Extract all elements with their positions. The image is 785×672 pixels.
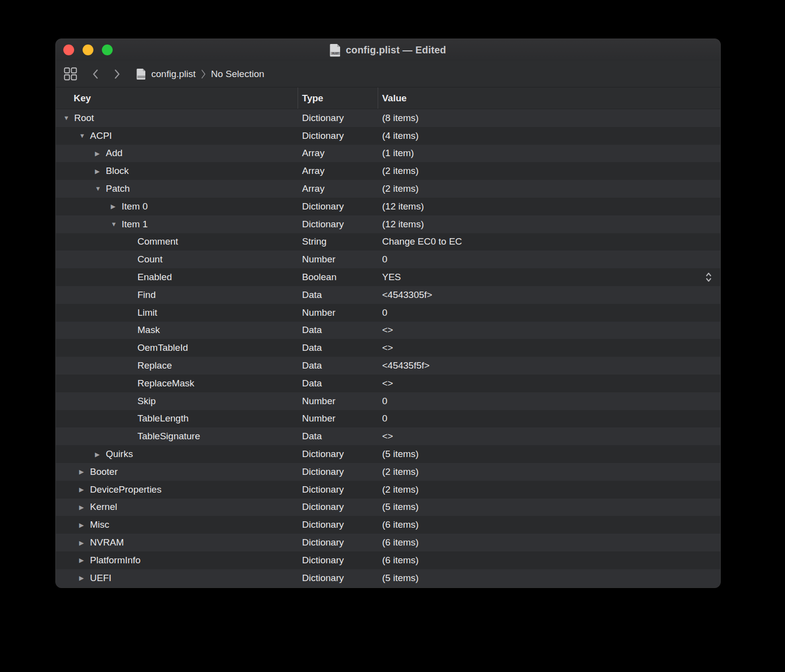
disclosure-triangle[interactable]: ▶	[79, 504, 90, 511]
disclosure-triangle[interactable]: ▶	[79, 468, 90, 475]
key-label: Patch	[106, 183, 130, 194]
table-row[interactable]: Mask Data <>	[56, 322, 720, 339]
related-items-icon[interactable]	[64, 67, 77, 81]
table-row[interactable]: TableLength Number 0	[56, 410, 720, 428]
svg-text:PLIST: PLIST	[332, 52, 339, 54]
table-header: Key Type Value	[56, 87, 720, 109]
type-cell: Array	[298, 183, 378, 194]
traffic-lights	[63, 39, 113, 61]
disclosure-triangle[interactable]: ▶	[111, 203, 122, 210]
minimize-button[interactable]	[83, 44, 93, 55]
type-label: Array	[302, 183, 324, 194]
table-row[interactable]: ▼ Item 1 Dictionary (12 items)	[56, 215, 720, 233]
column-header-key[interactable]: Key	[56, 87, 298, 109]
value-label: (2 items)	[382, 484, 419, 495]
value-cell: 0	[378, 413, 720, 424]
table-row[interactable]: ▶ Booter Dictionary (2 items)	[56, 463, 720, 481]
value-cell: (5 items)	[378, 449, 720, 460]
table-row[interactable]: Limit Number 0	[56, 304, 720, 322]
table-row[interactable]: ▶ Add Array (1 item)	[56, 145, 720, 163]
type-label: Dictionary	[302, 573, 344, 583]
disclosure-triangle[interactable]: ▶	[79, 486, 90, 493]
table-row[interactable]: ▶ DeviceProperties Dictionary (2 items)	[56, 481, 720, 499]
table-row[interactable]: ▼ Patch Array (2 items)	[56, 180, 720, 198]
key-label: Block	[106, 166, 129, 176]
value-label: 0	[382, 307, 388, 318]
type-label: Data	[302, 360, 322, 371]
disclosure-triangle[interactable]: ▶	[79, 521, 90, 529]
titlebar[interactable]: PLIST config.plist — Edited	[56, 39, 720, 61]
key-cell: ▶ PlatformInfo	[56, 555, 298, 566]
type-label: Dictionary	[302, 113, 344, 123]
table-row[interactable]: Enabled Boolean YES	[56, 268, 720, 286]
disclosure-triangle[interactable]: ▶	[95, 168, 106, 175]
key-cell: ▶ UEFI	[56, 573, 298, 584]
disclosure-triangle[interactable]: ▶	[79, 574, 90, 582]
key-cell: ▶ DeviceProperties	[56, 484, 298, 495]
table-row[interactable]: Skip Number 0	[56, 392, 720, 410]
key-cell: Skip	[56, 396, 298, 407]
key-label: Find	[137, 290, 156, 300]
key-label: Replace	[137, 360, 172, 371]
key-label: TableLength	[137, 413, 189, 424]
key-label: Item 1	[122, 219, 148, 230]
type-label: Number	[302, 413, 336, 423]
type-label: Dictionary	[302, 502, 344, 512]
disclosure-triangle[interactable]: ▶	[95, 150, 106, 157]
table-row[interactable]: ▶ Block Array (2 items)	[56, 162, 720, 180]
value-label: <>	[382, 431, 393, 441]
table-row[interactable]: Replace Data <45435f5f>	[56, 357, 720, 375]
table-row[interactable]: ▶ Kernel Dictionary (5 items)	[56, 499, 720, 516]
table-row[interactable]: ▶ Quirks Dictionary (5 items)	[56, 445, 720, 463]
disclosure-triangle[interactable]: ▼	[79, 132, 90, 139]
value-label: (6 items)	[382, 519, 419, 530]
table-row[interactable]: Find Data <4543305f>	[56, 286, 720, 304]
forward-chevron-icon[interactable]	[114, 69, 121, 80]
value-cell: YES	[378, 272, 720, 283]
desktop: { "window": { "title": "config.plist — E…	[0, 0, 785, 672]
disclosure-triangle[interactable]: ▶	[79, 556, 90, 564]
type-label: Dictionary	[302, 555, 344, 565]
table-row[interactable]: ▼ Root Dictionary (8 items)	[56, 109, 720, 127]
table-row[interactable]: ▶ UEFI Dictionary (5 items)	[56, 569, 720, 587]
boolean-stepper[interactable]	[705, 272, 712, 283]
back-chevron-icon[interactable]	[92, 69, 99, 80]
disclosure-triangle[interactable]: ▼	[95, 185, 106, 192]
key-label: ReplaceMask	[137, 378, 194, 389]
value-label: (2 items)	[382, 166, 419, 176]
value-cell: <4543305f>	[378, 290, 720, 300]
close-button[interactable]	[63, 44, 74, 55]
disclosure-triangle[interactable]: ▶	[95, 451, 106, 458]
key-cell: Count	[56, 254, 298, 265]
disclosure-triangle[interactable]: ▶	[79, 539, 90, 546]
table-row[interactable]: ▶ PlatformInfo Dictionary (6 items)	[56, 551, 720, 569]
table-row[interactable]: OemTableId Data <>	[56, 339, 720, 357]
type-cell: Dictionary	[298, 113, 378, 124]
key-cell: ▼ Item 1	[56, 219, 298, 230]
table-row[interactable]: ▼ ACPI Dictionary (4 items)	[56, 127, 720, 145]
value-cell: (5 items)	[378, 573, 720, 584]
table-row[interactable]: ReplaceMask Data <>	[56, 375, 720, 392]
disclosure-triangle[interactable]: ▼	[63, 115, 74, 122]
breadcrumb-selection[interactable]: No Selection	[211, 69, 264, 80]
table-row[interactable]: TableSignature Data <>	[56, 427, 720, 445]
table-row[interactable]: Comment String Change EC0 to EC	[56, 233, 720, 251]
column-header-type[interactable]: Type	[298, 87, 378, 109]
history-navigation	[92, 69, 121, 80]
table-row[interactable]: ▶ NVRAM Dictionary (6 items)	[56, 534, 720, 551]
type-cell: Data	[298, 325, 378, 336]
breadcrumb-file[interactable]: config.plist	[151, 69, 196, 80]
type-cell: Number	[298, 254, 378, 265]
disclosure-triangle[interactable]: ▼	[111, 221, 122, 228]
key-label: Booter	[90, 466, 118, 477]
column-header-value[interactable]: Value	[378, 87, 720, 109]
table-row[interactable]: Count Number 0	[56, 251, 720, 268]
type-cell: Dictionary	[298, 555, 378, 566]
type-label: Array	[302, 166, 324, 176]
zoom-button[interactable]	[102, 44, 113, 55]
key-label: Count	[137, 254, 163, 265]
plist-editor-window: PLIST config.plist — Edited	[55, 39, 721, 588]
type-label: Dictionary	[302, 130, 344, 141]
table-row[interactable]: ▶ Item 0 Dictionary (12 items)	[56, 198, 720, 215]
table-row[interactable]: ▶ Misc Dictionary (6 items)	[56, 516, 720, 534]
